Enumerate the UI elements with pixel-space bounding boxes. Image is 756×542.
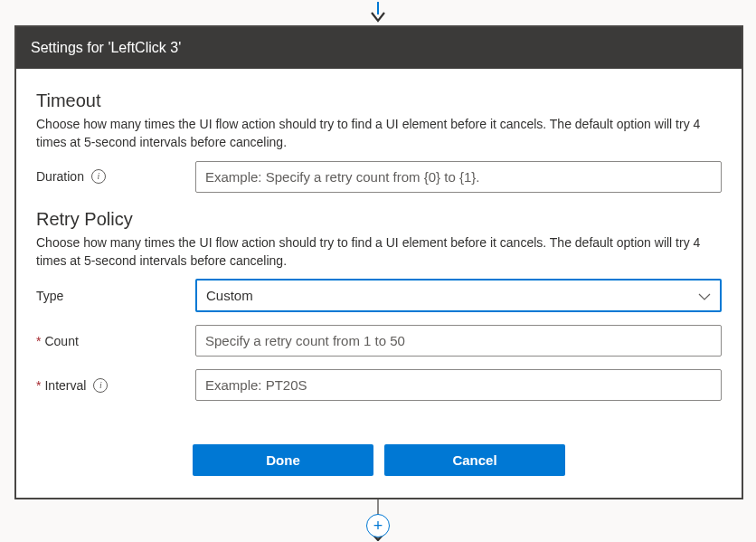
type-input-col: Custom xyxy=(195,279,722,312)
timeout-title: Timeout xyxy=(36,90,722,111)
info-icon[interactable]: i xyxy=(93,378,108,393)
duration-input-col xyxy=(195,161,722,193)
cancel-button[interactable]: Cancel xyxy=(384,444,565,476)
done-button[interactable]: Done xyxy=(193,444,373,476)
panel-body: Timeout Choose how many times the UI flo… xyxy=(16,69,742,498)
retry-description: Choose how many times the UI flow action… xyxy=(36,233,722,271)
duration-row: Duration i xyxy=(36,161,722,193)
panel-title: Settings for 'LeftClick 3' xyxy=(31,40,181,55)
count-row: * Count xyxy=(36,325,722,357)
flow-connector-top xyxy=(0,0,756,25)
type-row: Type Custom xyxy=(36,279,722,312)
type-label-col: Type xyxy=(36,289,195,303)
interval-label-col: * Interval i xyxy=(36,378,195,393)
count-label: Count xyxy=(44,334,78,348)
count-input[interactable] xyxy=(195,325,722,357)
timeout-description: Choose how many times the UI flow action… xyxy=(36,115,722,152)
interval-label: Interval xyxy=(44,378,86,393)
type-select[interactable]: Custom xyxy=(195,279,722,312)
retry-title: Retry Policy xyxy=(36,209,722,230)
interval-input[interactable] xyxy=(195,369,722,401)
required-asterisk: * xyxy=(36,334,41,348)
add-step-connector: + xyxy=(0,499,756,541)
interval-input-col xyxy=(195,369,722,401)
timeout-section: Timeout Choose how many times the UI flo… xyxy=(36,90,722,193)
settings-panel: Settings for 'LeftClick 3' Timeout Choos… xyxy=(14,25,743,499)
count-label-col: * Count xyxy=(36,334,195,348)
required-asterisk: * xyxy=(36,378,41,393)
duration-input[interactable] xyxy=(195,161,722,193)
count-input-col xyxy=(195,325,722,357)
arrow-down-icon xyxy=(369,2,387,24)
duration-label-col: Duration i xyxy=(36,169,195,184)
button-row: Done Cancel xyxy=(36,444,722,476)
plus-icon: + xyxy=(373,518,383,534)
duration-label: Duration xyxy=(36,169,84,184)
retry-section: Retry Policy Choose how many times the U… xyxy=(36,209,722,402)
type-label: Type xyxy=(36,289,63,303)
panel-header: Settings for 'LeftClick 3' xyxy=(16,27,742,69)
interval-row: * Interval i xyxy=(36,369,722,401)
info-icon[interactable]: i xyxy=(91,169,106,184)
type-selected-value: Custom xyxy=(206,288,253,303)
add-step-button[interactable]: + xyxy=(366,514,390,537)
